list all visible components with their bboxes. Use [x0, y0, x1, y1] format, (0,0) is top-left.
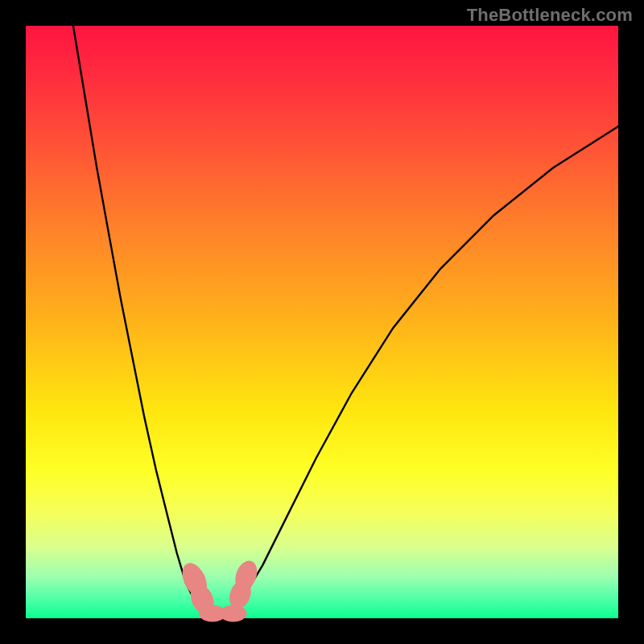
series-right-branch	[233, 126, 618, 611]
curve-group	[73, 26, 618, 617]
chart-svg	[26, 26, 618, 618]
marker-group	[177, 558, 261, 622]
watermark-text: TheBottleneck.com	[467, 5, 633, 26]
series-left-branch	[73, 26, 204, 613]
plot-area	[26, 26, 618, 618]
marker-valley-right	[220, 605, 247, 622]
